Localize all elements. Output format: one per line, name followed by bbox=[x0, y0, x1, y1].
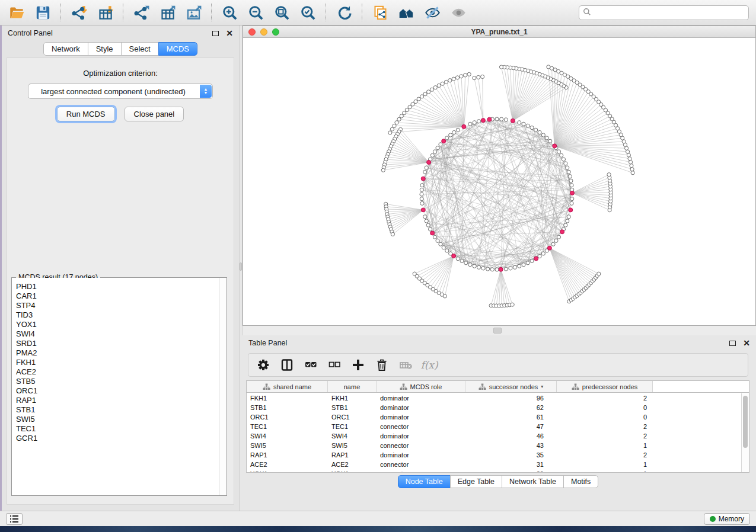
tab-node-table[interactable]: Node Table bbox=[398, 475, 451, 488]
select-all-icon bbox=[304, 358, 318, 372]
minimize-window-icon[interactable] bbox=[260, 28, 267, 36]
maximize-window-icon[interactable] bbox=[272, 28, 279, 36]
zoom-in-icon bbox=[222, 5, 238, 21]
table-row[interactable]: ORC1 ORC1 dominator 61 0 bbox=[247, 412, 741, 422]
zoom-fit-button[interactable] bbox=[270, 2, 294, 23]
table-row[interactable]: ACE2 ACE2 connector 31 1 bbox=[247, 460, 741, 469]
gear-button[interactable] bbox=[254, 356, 272, 374]
memory-button[interactable]: Memory bbox=[704, 513, 750, 525]
table-row[interactable]: TEC1 TEC1 connector 47 2 bbox=[247, 422, 741, 431]
table-row[interactable]: SWI4 SWI4 dominator 46 2 bbox=[247, 431, 741, 441]
run-mcds-button[interactable]: Run MCDS bbox=[57, 107, 115, 121]
mcds-result-list[interactable]: PHD1CAR1STP4TID3YOX1SWI4SRD1PMA2FKH1ACE2… bbox=[12, 278, 227, 495]
network-from-selection-button[interactable] bbox=[368, 2, 392, 23]
first-neighbors-icon bbox=[398, 5, 414, 21]
tab-edge-table[interactable]: Edge Table bbox=[450, 475, 502, 488]
column-header-MCDS-role[interactable]: MCDS role bbox=[377, 381, 465, 392]
tab-select[interactable]: Select bbox=[121, 42, 159, 56]
mcds-result-item[interactable]: ACE2 bbox=[16, 367, 227, 377]
table-row[interactable]: FKH1 FKH1 dominator 96 2 bbox=[247, 393, 741, 403]
task-history-button[interactable] bbox=[6, 513, 23, 525]
hide-selected-icon bbox=[425, 5, 441, 21]
column-header-predecessor-nodes[interactable]: predecessor nodes bbox=[557, 381, 653, 392]
zoom-out-button[interactable] bbox=[244, 2, 267, 23]
close-window-icon[interactable] bbox=[248, 28, 256, 36]
mcds-result-item[interactable]: STB1 bbox=[16, 405, 227, 415]
column-header-shared-name[interactable]: shared name bbox=[247, 381, 328, 392]
export-table-button[interactable] bbox=[155, 2, 179, 23]
split-columns-button[interactable] bbox=[278, 356, 296, 374]
mcds-result-item[interactable]: PMA2 bbox=[16, 348, 227, 358]
network-window-titlebar[interactable]: YPA_prune.txt_1 bbox=[243, 26, 755, 38]
open-session-button[interactable] bbox=[5, 2, 28, 23]
tab-network-table[interactable]: Network Table bbox=[502, 475, 564, 488]
scrollbar-thumb[interactable] bbox=[743, 396, 748, 448]
show-all-button[interactable] bbox=[446, 2, 470, 23]
refresh-view-button[interactable] bbox=[332, 2, 356, 23]
mcds-list-scrollbar[interactable] bbox=[219, 278, 227, 495]
save-session-button[interactable] bbox=[31, 2, 55, 23]
table-row[interactable]: SWI5 SWI5 connector 43 1 bbox=[247, 441, 741, 450]
export-network-button[interactable] bbox=[129, 2, 153, 23]
search-input[interactable] bbox=[579, 5, 749, 20]
control-panel-titlebar: Control Panel ✕ bbox=[2, 25, 239, 41]
mcds-result-item[interactable]: ORC1 bbox=[16, 386, 227, 396]
tree-icon bbox=[479, 383, 486, 390]
import-table-button[interactable] bbox=[93, 2, 117, 23]
tab-motifs[interactable]: Motifs bbox=[563, 475, 598, 488]
mcds-result-item[interactable]: TID3 bbox=[16, 310, 227, 320]
table-row[interactable]: RAP1 RAP1 dominator 35 2 bbox=[247, 450, 741, 460]
zoom-selected-button[interactable] bbox=[296, 2, 320, 23]
mcds-result-item[interactable]: SWI5 bbox=[16, 415, 227, 424]
mcds-result-item[interactable]: FKH1 bbox=[16, 358, 227, 367]
table-scrollbar[interactable] bbox=[741, 393, 749, 472]
mcds-result-item[interactable]: YOX1 bbox=[16, 320, 227, 329]
horizontal-splitter[interactable] bbox=[243, 326, 756, 335]
table-panel: Table Panel ✕ f(x) shared namenameMCDS r… bbox=[240, 335, 756, 511]
add-column-button[interactable] bbox=[349, 356, 367, 374]
select-all-button[interactable] bbox=[302, 356, 320, 374]
table-row[interactable]: YOX1 YOX1 connector 29 1 bbox=[247, 469, 741, 473]
tab-mcds[interactable]: MCDS bbox=[158, 42, 197, 56]
mcds-result-item[interactable]: RAP1 bbox=[16, 396, 227, 405]
close-panel-icon[interactable]: ✕ bbox=[226, 29, 233, 37]
close-panel-button[interactable]: Close panel bbox=[125, 107, 184, 121]
add-column-icon bbox=[351, 358, 365, 372]
mcds-result-item[interactable]: STP4 bbox=[16, 301, 227, 310]
delete-column-button[interactable] bbox=[373, 356, 391, 374]
tab-network[interactable]: Network bbox=[43, 42, 88, 56]
float-panel-icon[interactable] bbox=[212, 31, 219, 36]
deselect-all-button[interactable] bbox=[326, 356, 343, 374]
mcds-result-item[interactable]: SWI4 bbox=[16, 329, 227, 339]
zoom-in-button[interactable] bbox=[218, 2, 241, 23]
criterion-dropdown[interactable]: largest connected component (undirected)… bbox=[28, 84, 213, 99]
table-panel-title: Table Panel bbox=[248, 339, 729, 347]
delete-table-button[interactable] bbox=[397, 356, 414, 374]
hide-selected-button[interactable] bbox=[420, 2, 444, 23]
zoom-out-icon bbox=[248, 5, 264, 21]
float-panel-icon[interactable] bbox=[729, 341, 736, 346]
close-panel-icon[interactable]: ✕ bbox=[743, 339, 750, 347]
column-header-successor-nodes[interactable]: successor nodes▾ bbox=[465, 381, 557, 392]
column-header-name[interactable]: name bbox=[328, 381, 377, 392]
function-builder-button[interactable]: f(x) bbox=[420, 356, 438, 374]
table-row[interactable]: STB1 STB1 dominator 62 0 bbox=[247, 403, 741, 412]
tab-style[interactable]: Style bbox=[88, 42, 122, 56]
import-network-button[interactable] bbox=[67, 2, 91, 23]
status-bar: Memory bbox=[0, 511, 756, 526]
tree-icon bbox=[572, 383, 579, 390]
control-panel-title: Control Panel bbox=[8, 29, 212, 37]
mcds-result-item[interactable]: STB5 bbox=[16, 377, 227, 386]
network-window-title: YPA_prune.txt_1 bbox=[471, 28, 527, 36]
mcds-result-item[interactable]: CAR1 bbox=[16, 291, 227, 301]
mcds-result-item[interactable]: PHD1 bbox=[16, 282, 227, 291]
mcds-result-item[interactable]: GCR1 bbox=[16, 434, 227, 443]
splitter-grip[interactable] bbox=[493, 328, 502, 334]
export-image-button[interactable] bbox=[181, 2, 205, 23]
first-neighbors-button[interactable] bbox=[394, 2, 418, 23]
mcds-result-item[interactable]: TEC1 bbox=[16, 424, 227, 434]
splitter-grip[interactable] bbox=[240, 262, 242, 271]
network-canvas[interactable] bbox=[243, 39, 755, 325]
mcds-result-item[interactable]: SRD1 bbox=[16, 339, 227, 348]
control-panel: Control Panel ✕ NetworkStyleSelectMCDS O… bbox=[2, 25, 239, 511]
